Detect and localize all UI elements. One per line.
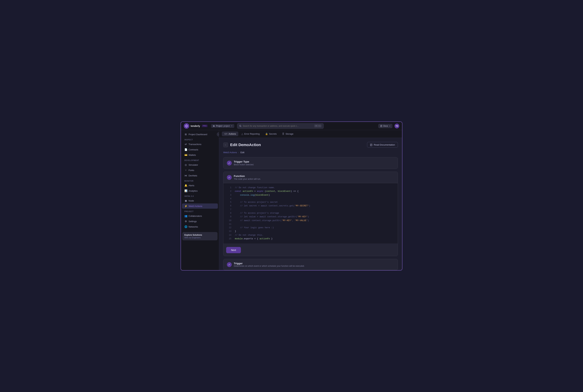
- alerts-icon: 🔔: [184, 184, 187, 187]
- trigger-type-subtitle: Block Action selected.: [234, 164, 254, 166]
- code-line: 6 // let secret = await context.secrets.…: [224, 204, 398, 208]
- code-line: 15 module.exports = { actionFn }: [224, 237, 398, 241]
- code-line: 4: [224, 197, 398, 200]
- sidebar: ‹ ⊞ Project Dashboard Inspect ⇄ Transact…: [181, 130, 219, 270]
- sidebar-item-project-dashboard[interactable]: ⊞ Project Dashboard: [182, 132, 218, 137]
- sidebar-item-label: Project Dashboard: [188, 133, 207, 136]
- next-button[interactable]: Next: [226, 247, 241, 253]
- sidebar-item-transactions[interactable]: ⇄ Transactions: [182, 142, 218, 147]
- breadcrumb-parent-link[interactable]: Web3 Actions: [223, 151, 237, 154]
- page-header: ← Edit DemoAction Read Documentation: [223, 142, 398, 148]
- error-tab-icon: △: [242, 132, 243, 135]
- section-label-project: Project: [181, 209, 219, 213]
- function-header: ✓ Function The code your action will run…: [224, 172, 398, 183]
- logo-area[interactable]: tenderly PRO: [184, 123, 208, 129]
- function-title: Function: [234, 174, 261, 178]
- page-title-area: ← Edit DemoAction: [223, 142, 261, 147]
- code-line: 11: [224, 222, 398, 226]
- top-bar-right: Docs TD: [378, 124, 399, 128]
- code-line: 7: [224, 208, 398, 212]
- code-line: 8 // To access project's storage: [224, 212, 398, 215]
- section-label-infra: Infra 3.0: [181, 194, 219, 198]
- code-line: 13 }: [224, 230, 398, 233]
- tab-label: Error Reporting: [244, 132, 260, 135]
- sidebar-item-wallets[interactable]: 💳 Wallets: [182, 152, 218, 158]
- forks-icon: ⑂: [184, 169, 187, 172]
- networks-icon: 🌐: [184, 225, 187, 228]
- project-label: Project: [216, 125, 222, 127]
- code-line: 1 // Do not change function name.: [224, 186, 398, 190]
- sidebar-item-node[interactable]: ▣ Node: [182, 198, 218, 203]
- docs-chevron-icon: [389, 125, 390, 127]
- sidebar-item-label: Forks: [188, 169, 194, 172]
- breadcrumb-current: Edit: [240, 151, 244, 154]
- code-line: 14 // Do not change this.: [224, 234, 398, 237]
- svg-line-2: [241, 126, 241, 127]
- back-button[interactable]: ←: [223, 142, 228, 147]
- sidebar-item-analytics[interactable]: 📊 Analytics: [182, 188, 218, 194]
- actions-tab-icon: </>: [224, 132, 228, 135]
- sidebar-item-label: Transactions: [188, 143, 202, 146]
- sidebar-item-networks[interactable]: 🌐 Networks: [182, 224, 218, 229]
- sidebar-item-settings[interactable]: ⚙ Settings: [182, 219, 218, 224]
- trigger-type-title: Trigger Type: [234, 160, 254, 163]
- docs-label: Docs: [383, 125, 388, 127]
- sidebar-item-collaborators[interactable]: 👥 Collaborators: [182, 213, 218, 218]
- page-breadcrumb: Web3 Actions › Edit: [223, 151, 398, 154]
- code-line: 12 // Your logic goes here :): [224, 226, 398, 230]
- sidebar-item-devnets[interactable]: ⋈ DevNets: [182, 173, 218, 178]
- sidebar-item-forks[interactable]: ⑂ Forks: [182, 168, 218, 173]
- trigger-bottom-header: ✓ Trigger Determines on which event or w…: [224, 259, 398, 270]
- app-container: tenderly PRO Project project ⌘ + k: [180, 122, 402, 270]
- breadcrumb-separator: ›: [238, 151, 239, 154]
- user-avatar[interactable]: TD: [394, 124, 399, 128]
- page-title: Edit DemoAction: [230, 142, 261, 147]
- search-shortcut: ⌘ + k: [314, 124, 321, 127]
- sidebar-item-simulator[interactable]: ◎ Simulator: [182, 162, 218, 168]
- code-line: 2 const actionFn = async (context, block…: [224, 190, 398, 193]
- web3actions-icon: ⚡: [184, 205, 187, 208]
- sidebar-item-label: Collaborators: [188, 215, 202, 217]
- sidebar-item-label: Web3 Actions: [188, 205, 202, 208]
- app-name: tenderly: [191, 124, 200, 127]
- docs-button[interactable]: Docs: [378, 124, 392, 128]
- sidebar-item-label: Alerts: [188, 184, 194, 187]
- read-docs-label: Read Documentation: [374, 144, 395, 146]
- function-check-icon: ✓: [227, 175, 232, 180]
- analytics-icon: 📊: [184, 190, 187, 192]
- tab-secrets[interactable]: 🔒 Secrets: [263, 132, 279, 136]
- tab-error-reporting[interactable]: △ Error Reporting: [239, 132, 262, 136]
- tab-storage[interactable]: 🗄 Storage: [280, 132, 296, 136]
- tenderly-logo-icon: [184, 123, 189, 129]
- code-editor[interactable]: 1 // Do not change function name. 2 cons…: [224, 183, 398, 244]
- section-label-monitor: Monitor: [181, 178, 219, 183]
- content-area: </> Actions △ Error Reporting 🔒 Secrets …: [219, 130, 402, 270]
- read-documentation-button[interactable]: Read Documentation: [367, 142, 398, 148]
- sidebar-item-web3actions[interactable]: ⚡ Web3 Actions: [182, 204, 218, 209]
- sidebar-item-contracts[interactable]: 📄 Contracts: [182, 147, 218, 152]
- doc-icon: [370, 144, 372, 146]
- trigger-type-header: ✓ Trigger Type Block Action selected.: [224, 157, 398, 168]
- folder-icon: [213, 125, 215, 127]
- sidebar-item-label: Analytics: [188, 190, 198, 192]
- plan-badge: PRO: [202, 124, 208, 127]
- tab-label: Secrets: [269, 132, 276, 135]
- project-breadcrumb[interactable]: Project project: [211, 124, 234, 128]
- settings-icon: ⚙: [184, 220, 187, 223]
- docs-icon: [380, 125, 382, 127]
- tab-actions[interactable]: </> Actions: [222, 132, 238, 136]
- devnets-icon: ⋈: [184, 174, 187, 177]
- function-card: ✓ Function The code your action will run…: [223, 172, 398, 256]
- section-label-development: Development: [181, 158, 219, 162]
- search-bar[interactable]: ⌘ + k: [237, 123, 324, 129]
- trigger-bottom-card: ✓ Trigger Determines on which event or w…: [223, 259, 398, 270]
- explore-title: Explore Solutions: [184, 234, 216, 236]
- contracts-icon: 📄: [184, 148, 187, 151]
- tab-bar: </> Actions △ Error Reporting 🔒 Secrets …: [219, 130, 402, 138]
- explore-solutions-box[interactable]: Explore Solutions With our Engineers: [182, 232, 218, 240]
- sidebar-item-alerts[interactable]: 🔔 Alerts: [182, 183, 218, 188]
- search-input[interactable]: [243, 125, 313, 127]
- project-name: project: [224, 125, 230, 127]
- code-line: 3 console.log(blockEvent): [224, 194, 398, 197]
- trigger-bottom-check-icon: ✓: [227, 262, 232, 267]
